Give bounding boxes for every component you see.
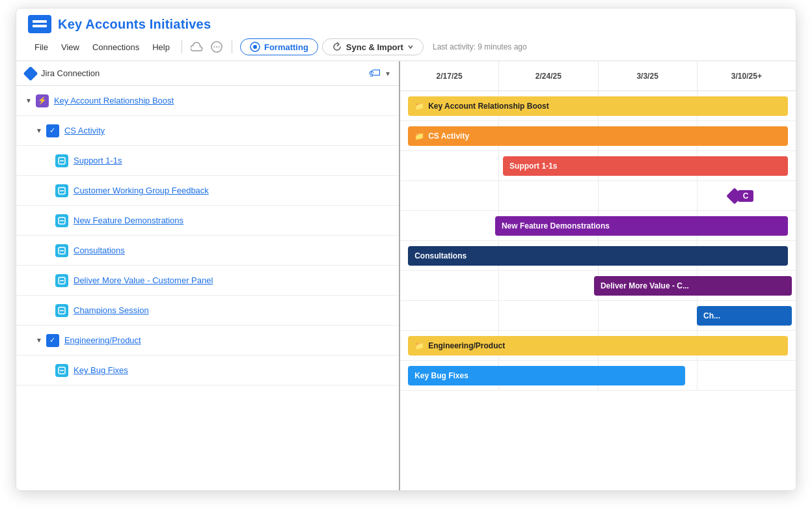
gantt-bar-wrapper-key-account: 📁 Key Account Relationship Boost xyxy=(400,91,796,120)
connection-bar: Jira Connection 🏷 ▾ xyxy=(16,61,399,86)
bar-folder-icon-engineering: 📁 xyxy=(414,341,424,350)
main-content: Jira Connection 🏷 ▾ ▼ ⚡ Key Account Rela… xyxy=(16,61,796,490)
gantt-header: 2/17/25 2/24/25 3/3/25 3/10/25+ xyxy=(400,61,796,91)
left-panel: Jira Connection 🏷 ▾ ▼ ⚡ Key Account Rela… xyxy=(16,61,400,490)
svg-rect-0 xyxy=(33,20,47,23)
task-icon-deliver xyxy=(55,274,68,287)
menu-view[interactable]: View xyxy=(55,41,86,53)
gantt-bar-label-champions: Ch... xyxy=(703,311,720,320)
gantt-bar-champions[interactable]: Ch... xyxy=(697,306,792,326)
gantt-col-310: 3/10/25+ xyxy=(697,61,796,91)
bar-folder-icon: 📁 xyxy=(414,102,424,111)
task-icon-cwgf xyxy=(55,184,68,197)
gantt-bar-support[interactable]: Support 1-1s xyxy=(503,156,788,176)
gantt-bar-nfd[interactable]: New Feature Demonstrations xyxy=(495,216,788,236)
gantt-bar-keybug[interactable]: Key Bug Fixes xyxy=(408,366,685,385)
gantt-bar-deliver[interactable]: Deliver More Value - C... xyxy=(594,276,792,296)
row-label-key-account[interactable]: Key Account Relationship Boost xyxy=(54,96,174,105)
gantt-bar-label-consultations: Consultations xyxy=(414,251,467,260)
app-container: Key Accounts Initiatives File View Conne… xyxy=(16,8,796,491)
sync-import-button[interactable]: Sync & Import xyxy=(322,38,424,55)
check-icon-engineering: ✓ xyxy=(46,334,59,347)
gantt-row-support: Support 1-1s xyxy=(400,151,796,181)
gantt-bar-label-keybug: Key Bug Fixes xyxy=(414,371,468,380)
gantt-bar-label-deliver: Deliver More Value - C... xyxy=(601,281,689,290)
title-bar: Key Accounts Initiatives xyxy=(16,8,796,33)
task-icon-nfd xyxy=(55,214,68,227)
gantt-bar-label-cs: CS Activity xyxy=(428,132,469,141)
chevron-down-icon[interactable]: ▾ xyxy=(386,69,390,78)
tree-row-cs-activity: ▼ ✓ CS Activity xyxy=(16,116,399,146)
svg-point-4 xyxy=(216,46,217,48)
gantt-row-nfd: New Feature Demonstrations xyxy=(400,211,796,241)
gantt-bar-label-nfd: New Feature Demonstrations xyxy=(502,221,610,231)
tree-row-nfd: New Feature Demonstrations xyxy=(16,206,399,236)
gantt-row-engineering: 📁 Engineering/Product xyxy=(400,331,796,361)
menu-bar: File View Connections Help Formatting Sy… xyxy=(16,33,796,61)
gantt-bar-wrapper-cs: 📁 CS Activity xyxy=(400,121,796,150)
gantt-bar-label-key-account: Key Account Relationship Boost xyxy=(428,102,549,111)
gantt-bar-wrapper-support: Support 1-1s xyxy=(400,151,796,180)
svg-point-7 xyxy=(253,45,257,49)
expand-arrow-engineering[interactable]: ▼ xyxy=(36,337,42,344)
gantt-bar-label-support: Support 1-1s xyxy=(509,161,557,171)
gantt-bar-engineering[interactable]: 📁 Engineering/Product xyxy=(408,336,788,356)
gantt-row-consultations: Consultations xyxy=(400,241,796,271)
formatting-button[interactable]: Formatting xyxy=(240,38,318,55)
row-label-nfd[interactable]: New Feature Demonstrations xyxy=(74,216,183,225)
task-icon-champions xyxy=(55,304,68,317)
cloud-icon-btn[interactable] xyxy=(187,37,207,57)
gantt-row-deliver: Deliver More Value - C... xyxy=(400,271,796,301)
bar-folder-icon: 📁 xyxy=(414,132,424,141)
expand-arrow-cs-activity[interactable]: ▼ xyxy=(36,127,42,134)
last-activity-text: Last activity: 9 minutes ago xyxy=(433,42,527,51)
menu-file[interactable]: File xyxy=(28,41,55,53)
tree-row-consultations: Consultations xyxy=(16,236,399,266)
tree-row-key-account: ▼ ⚡ Key Account Relationship Boost xyxy=(16,86,399,116)
gantt-bar-wrapper-nfd: New Feature Demonstrations xyxy=(400,211,796,240)
row-label-deliver[interactable]: Deliver More Value - Customer Panel xyxy=(74,275,213,285)
task-icon-consultations xyxy=(55,244,68,257)
row-label-consultations[interactable]: Consultations xyxy=(74,245,125,255)
lightning-icon: ⚡ xyxy=(36,94,49,107)
tag-icon[interactable]: 🏷 xyxy=(369,66,381,80)
gantt-bar-consultations[interactable]: Consultations xyxy=(408,246,788,266)
row-label-support[interactable]: Support 1-1s xyxy=(74,156,122,165)
expand-arrow-key-account[interactable]: ▼ xyxy=(25,97,32,104)
svg-point-5 xyxy=(218,46,219,48)
check-icon-cs: ✓ xyxy=(46,124,59,137)
gantt-row-keybug: Key Bug Fixes xyxy=(400,361,796,391)
svg-point-3 xyxy=(213,46,215,48)
tree-row-engineering: ▼ ✓ Engineering/Product xyxy=(16,326,399,356)
task-icon-support xyxy=(55,154,68,167)
gantt-col-217: 2/17/25 xyxy=(400,61,499,91)
gantt-col-33: 3/3/25 xyxy=(599,61,697,91)
gantt-row-cwgf: C xyxy=(400,181,796,211)
sync-label: Sync & Import xyxy=(346,42,403,52)
menu-connections[interactable]: Connections xyxy=(86,41,146,53)
row-label-keybug[interactable]: Key Bug Fixes xyxy=(74,365,128,375)
gantt-bar-key-account[interactable]: 📁 Key Account Relationship Boost xyxy=(408,96,788,116)
row-label-cs-activity[interactable]: CS Activity xyxy=(64,126,105,135)
app-title: Key Accounts Initiatives xyxy=(58,17,211,32)
task-icon-keybug xyxy=(55,364,68,377)
gantt-bar-wrapper-cwgf: C xyxy=(400,181,796,210)
gantt-row-cs-activity: 📁 CS Activity xyxy=(400,121,796,151)
gantt-row-key-account: 📁 Key Account Relationship Boost xyxy=(400,91,796,121)
gantt-bar-wrapper-engineering: 📁 Engineering/Product xyxy=(400,331,796,360)
tree-row-deliver: Deliver More Value - Customer Panel xyxy=(16,266,399,296)
row-label-engineering[interactable]: Engineering/Product xyxy=(64,335,141,345)
menu-help[interactable]: Help xyxy=(146,41,176,53)
chat-icon-btn[interactable] xyxy=(207,37,226,57)
row-label-cwgf[interactable]: Customer Working Group Feedback xyxy=(74,186,209,195)
formatting-label: Formatting xyxy=(264,42,308,52)
row-label-champions[interactable]: Champions Session xyxy=(74,305,149,315)
gantt-col-224: 2/24/25 xyxy=(499,61,598,91)
gantt-bar-cs-activity[interactable]: 📁 CS Activity xyxy=(408,126,788,146)
gantt-bar-label-engineering: Engineering/Product xyxy=(428,341,505,350)
milestone-cwgf: C xyxy=(729,190,754,202)
menu-divider-1 xyxy=(182,40,182,53)
gantt-bar-wrapper-champions: Ch... xyxy=(400,301,796,330)
tree-row-keybug: Key Bug Fixes xyxy=(16,356,399,385)
app-logo xyxy=(28,15,51,33)
